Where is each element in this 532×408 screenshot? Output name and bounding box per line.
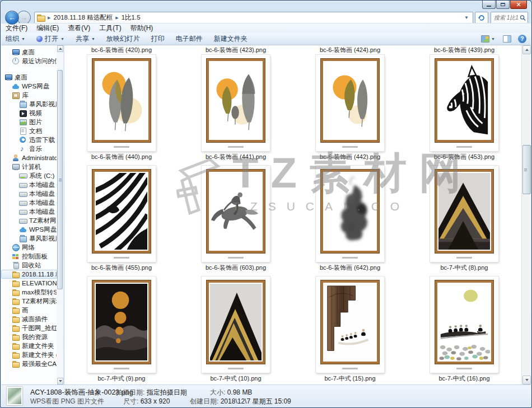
sidebar-item[interactable]: Administrator xyxy=(1,153,57,162)
sidebar-item[interactable]: 2018.11.18 精 xyxy=(1,270,57,279)
file-thumbnail[interactable] xyxy=(316,166,384,262)
sidebar-item[interactable]: 本地磁盘 (D xyxy=(1,180,57,189)
sidebar-item[interactable]: 画 xyxy=(1,306,57,315)
sidebar-item[interactable]: WPS网盘 xyxy=(1,225,57,234)
file-thumbnail[interactable] xyxy=(430,276,498,373)
menu-file[interactable]: 文件(F) xyxy=(6,24,27,33)
help-icon[interactable]: ? xyxy=(518,35,526,43)
sidebar-item[interactable]: 最近访问的位置 xyxy=(1,57,57,65)
file-item[interactable]: bc-6-装饰画 (440).png xyxy=(64,55,179,161)
sidebar-item[interactable]: 本地磁盘 (G xyxy=(1,207,57,216)
print-button[interactable]: 打印 xyxy=(151,34,165,44)
sidebar-item[interactable]: WPS网盘 xyxy=(1,82,57,91)
file-item[interactable]: bc-6-装饰画 (441).png xyxy=(179,55,293,161)
scroll-up-button[interactable] xyxy=(57,45,63,52)
file-item[interactable]: bc-6-装饰画 (442).png xyxy=(293,55,407,161)
sidebar-item[interactable]: 我的资源 xyxy=(1,332,57,341)
sidebar-item[interactable]: 最强最全CAD xyxy=(1,359,57,368)
slideshow-button[interactable]: 放映幻灯片 xyxy=(106,34,140,44)
file-thumbnail[interactable] xyxy=(87,166,156,262)
file-label: bc-7-中式 (8).png xyxy=(441,264,488,271)
sidebar-item[interactable]: 系统 (C:) xyxy=(1,171,57,180)
sidebar-scrollbar[interactable] xyxy=(57,45,63,384)
scroll-up-button[interactable] xyxy=(522,45,531,54)
menu-help[interactable]: 帮助(H) xyxy=(130,24,153,33)
sidebar-item[interactable]: 减面插件 xyxy=(1,315,57,323)
file-label-partial[interactable]: bc-6-装饰画 (420).png xyxy=(64,46,179,54)
file-item[interactable]: bc-6-装饰画 (455).png xyxy=(64,166,179,271)
refresh-button[interactable] xyxy=(475,12,488,24)
file-item[interactable]: bc-6-装饰画 (642).png xyxy=(293,166,407,271)
file-thumbnail[interactable] xyxy=(87,276,156,373)
sidebar-item[interactable]: 回收站 xyxy=(1,261,57,270)
address-dropdown-icon[interactable]: ▼ xyxy=(463,15,470,20)
sidebar-item[interactable]: 网络 xyxy=(1,243,57,252)
sidebar-item[interactable]: ELEVATION xyxy=(1,279,57,288)
sidebar-item[interactable]: 库 xyxy=(1,91,57,100)
file-item[interactable]: bc-7-中式 (10).png xyxy=(179,276,293,382)
file-thumbnail[interactable] xyxy=(87,55,156,151)
sidebar-item[interactable]: 新建文件夹 xyxy=(1,341,57,350)
organize-button[interactable]: 组织▼ xyxy=(6,34,25,44)
file-thumbnail[interactable] xyxy=(316,276,384,373)
sidebar-item[interactable]: 本地磁盘 (F xyxy=(1,198,57,207)
sidebar-item[interactable]: 视频 xyxy=(1,109,57,118)
sidebar-item[interactable]: 计算机 xyxy=(1,162,57,171)
breadcrumb-current[interactable]: 1比1.5 xyxy=(122,13,141,22)
sidebar-item[interactable]: 本地磁盘 (E xyxy=(1,189,57,198)
file-thumbnail[interactable] xyxy=(202,166,270,262)
file-thumbnail[interactable] xyxy=(316,55,384,151)
file-item[interactable]: bc-7-中式 (15).png xyxy=(293,276,407,382)
file-label-partial[interactable]: bc-6-装饰画 (439).png xyxy=(407,46,521,54)
file-item[interactable]: bc-6-装饰画 (603).png xyxy=(179,166,293,271)
file-label-partial[interactable]: bc-6-装饰画 (423).png xyxy=(179,46,293,54)
sidebar-item[interactable]: 桌面 xyxy=(1,73,57,82)
open-button[interactable]: 打开▼ xyxy=(36,34,64,44)
address-bar[interactable]: ▶ 2018.11.18 精选配框 ▶ 1比1.5 ▼ xyxy=(34,12,473,24)
share-button[interactable]: 共享▼ xyxy=(76,34,95,44)
sidebar-item[interactable]: 暴风影视库 xyxy=(1,100,57,109)
search-box[interactable] xyxy=(491,12,528,24)
file-item[interactable]: bc-7-中式 (16).png xyxy=(407,276,521,382)
search-input[interactable] xyxy=(493,14,520,21)
scroll-down-button[interactable] xyxy=(57,378,63,384)
sidebar-item[interactable]: TZ素材网 ( xyxy=(1,216,57,225)
menu-view[interactable]: 查看(V) xyxy=(68,24,90,33)
file-item[interactable]: bc-6-装饰画 (453).png xyxy=(407,55,521,161)
file-item[interactable]: bc-7-中式 (8).png xyxy=(407,166,521,271)
file-thumbnail[interactable] xyxy=(430,55,498,151)
menu-edit[interactable]: 编辑(E) xyxy=(36,24,59,33)
file-thumbnail[interactable] xyxy=(430,166,498,262)
file-item[interactable]: bc-7-中式 (9).png xyxy=(64,276,179,382)
sidebar-item[interactable]: 图片 xyxy=(1,118,57,126)
preview-pane-icon[interactable] xyxy=(503,35,511,43)
views-icon[interactable] xyxy=(481,35,489,43)
sidebar-item[interactable]: 暴风影视库 xyxy=(1,234,57,243)
menu-tools[interactable]: 工具(T) xyxy=(99,24,121,33)
sidebar-item[interactable]: 音乐 xyxy=(1,144,57,153)
sidebar-item[interactable]: TZ素材网演示 xyxy=(1,297,57,306)
window-controls: ✕ xyxy=(482,1,527,9)
file-thumbnail[interactable] xyxy=(202,276,270,373)
minimize-button[interactable] xyxy=(482,1,496,9)
close-button[interactable]: ✕ xyxy=(510,1,527,9)
scroll-down-button[interactable] xyxy=(522,376,531,384)
sidebar-item[interactable]: 控制面板 xyxy=(1,252,57,261)
chevron-down-icon[interactable]: ▼ xyxy=(491,37,495,41)
new-folder-button[interactable]: 新建文件夹 xyxy=(214,34,248,44)
scrollbar-thumb[interactable] xyxy=(57,70,63,289)
breadcrumb-root[interactable]: 2018.11.18 精选配框 xyxy=(53,13,113,22)
file-label-partial[interactable]: bc-6-装饰画 (424).png xyxy=(293,46,407,54)
scrollbar-thumb[interactable] xyxy=(522,145,531,194)
maximize-button[interactable] xyxy=(496,1,510,9)
sidebar-item[interactable]: 千图网_抢红包 xyxy=(1,323,57,332)
sidebar-item[interactable]: 新建文件夹 ( xyxy=(1,350,57,359)
sidebar-item[interactable]: 桌面 xyxy=(1,48,57,57)
file-thumbnail[interactable] xyxy=(202,55,270,151)
back-button[interactable]: ← xyxy=(5,11,19,25)
main-scrollbar[interactable] xyxy=(521,45,531,384)
email-button[interactable]: 电子邮件 xyxy=(176,34,203,44)
sidebar-item[interactable]: 迅雷下载 xyxy=(1,135,57,144)
sidebar-item[interactable]: max模型转SU xyxy=(1,288,57,297)
sidebar-item[interactable]: 文档 xyxy=(1,126,57,135)
